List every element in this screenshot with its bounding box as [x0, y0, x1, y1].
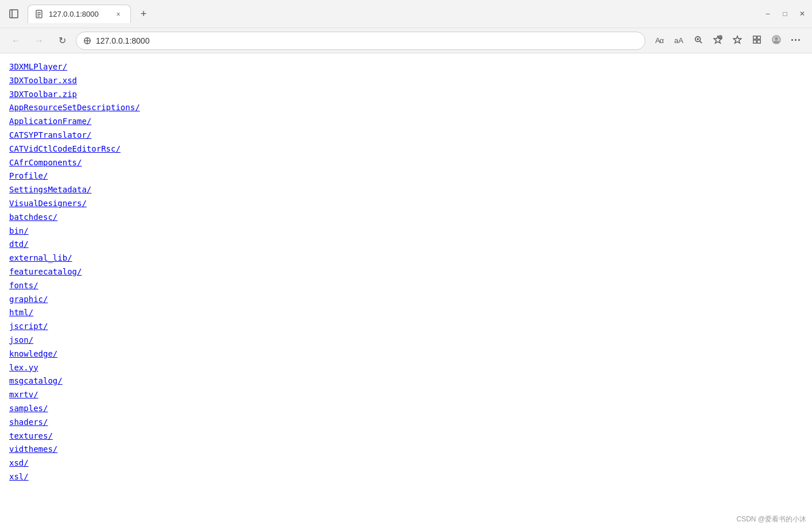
back-button[interactable]: ←: [7, 32, 25, 50]
file-link[interactable]: lex.yy: [9, 361, 803, 375]
forward-button[interactable]: →: [30, 32, 48, 50]
file-link[interactable]: 3DXToolbar.zip: [9, 88, 803, 102]
favorites-button[interactable]: [728, 32, 747, 50]
file-link[interactable]: batchdesc/: [9, 211, 803, 225]
read-aloud-icon: Aα: [655, 36, 663, 45]
sidebar-toggle[interactable]: [5, 5, 23, 23]
file-link[interactable]: jscript/: [9, 320, 803, 334]
svg-marker-17: [733, 36, 741, 42]
active-tab[interactable]: 127.0.0.1:8000 ×: [28, 5, 131, 23]
svg-rect-21: [757, 40, 760, 42]
tab-title: 127.0.0.1:8000: [49, 10, 109, 18]
svg-rect-0: [10, 10, 18, 18]
file-link[interactable]: external_lib/: [9, 252, 803, 265]
file-link[interactable]: xsl/: [9, 470, 803, 484]
file-link[interactable]: 3DXToolbar.xsd: [9, 74, 803, 88]
file-link[interactable]: vidthemes/: [9, 443, 803, 457]
file-link[interactable]: 3DXMLPlayer/: [9, 60, 803, 74]
file-link[interactable]: graphic/: [9, 293, 803, 307]
file-link[interactable]: knowledge/: [9, 347, 803, 361]
svg-rect-20: [753, 40, 756, 42]
svg-rect-18: [753, 36, 756, 38]
svg-rect-19: [757, 36, 760, 38]
profile-icon: [772, 35, 781, 47]
file-link[interactable]: html/: [9, 306, 803, 320]
file-link[interactable]: bin/: [9, 225, 803, 238]
favorites-add-button[interactable]: [709, 32, 727, 50]
file-link[interactable]: samples/: [9, 402, 803, 416]
immersive-reader-icon: aA: [674, 36, 683, 45]
file-link[interactable]: CATSYPTranslator/: [9, 129, 803, 142]
file-link[interactable]: SettingsMetadata/: [9, 183, 803, 197]
svg-point-23: [775, 37, 778, 40]
sidebar-icon: [9, 9, 18, 18]
read-aloud-button[interactable]: Aα: [650, 32, 668, 50]
maximize-button[interactable]: □: [780, 9, 790, 19]
collections-button[interactable]: [748, 32, 766, 50]
more-icon: ···: [791, 34, 801, 47]
immersive-reader-button[interactable]: aA: [670, 32, 688, 50]
minimize-button[interactable]: –: [763, 9, 773, 19]
collections-icon: [752, 35, 761, 47]
svg-line-10: [700, 41, 702, 43]
page-content: 3DXMLPlayer/3DXToolbar.xsd3DXToolbar.zip…: [0, 53, 812, 491]
file-link[interactable]: dtd/: [9, 238, 803, 252]
file-link[interactable]: AppResourceSetDescriptions/: [9, 101, 803, 115]
profile-button[interactable]: [767, 32, 786, 50]
file-link[interactable]: json/: [9, 334, 803, 347]
favorites-add-icon: [713, 35, 722, 47]
address-bar[interactable]: 127.0.0.1:8000: [76, 32, 645, 50]
file-link[interactable]: featurecatalog/: [9, 265, 803, 279]
file-link[interactable]: fonts/: [9, 279, 803, 293]
file-link[interactable]: CAfrComponents/: [9, 156, 803, 170]
file-link[interactable]: textures/: [9, 430, 803, 443]
file-link[interactable]: CATVidCtlCodeEditorRsc/: [9, 142, 803, 156]
new-tab-button[interactable]: +: [136, 6, 152, 22]
favorites-icon: [733, 35, 742, 47]
close-tab-button[interactable]: ×: [113, 9, 123, 20]
file-link[interactable]: VisualDesigners/: [9, 197, 803, 211]
file-link[interactable]: shaders/: [9, 416, 803, 430]
file-link[interactable]: Profile/: [9, 169, 803, 183]
file-link[interactable]: msgcatalog/: [9, 374, 803, 388]
lock-icon: [83, 37, 91, 45]
refresh-button[interactable]: ↻: [53, 32, 71, 50]
url-text: 127.0.0.1:8000: [96, 36, 638, 45]
file-link[interactable]: ApplicationFrame/: [9, 115, 803, 129]
file-link[interactable]: mxrtv/: [9, 388, 803, 402]
close-button[interactable]: ✕: [797, 9, 807, 19]
zoom-icon: [694, 35, 703, 47]
tab-page-icon: [35, 10, 44, 19]
file-link[interactable]: xsd/: [9, 457, 803, 470]
zoom-button[interactable]: [689, 32, 707, 50]
more-button[interactable]: ···: [787, 32, 805, 50]
